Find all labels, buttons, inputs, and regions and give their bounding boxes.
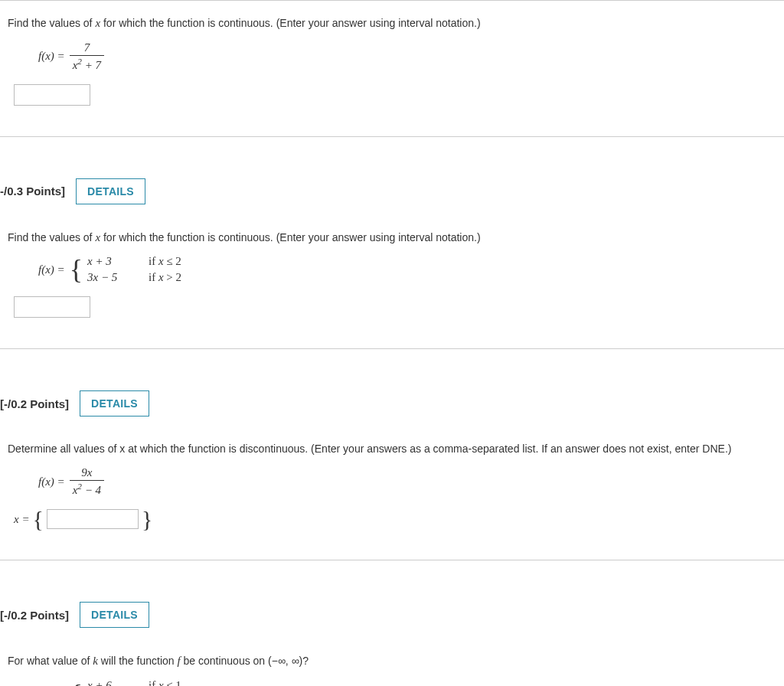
question-3: [-/0.2 Points] DETAILS Determine all val…	[0, 380, 784, 560]
prompt: Find the values of x for which the funct…	[8, 229, 776, 247]
fx-label: f(x) =	[38, 50, 65, 63]
fx-label: f(x) =	[38, 475, 65, 488]
points-label: [-/0.2 Points]	[0, 609, 69, 622]
fraction: 7 x2 + 7	[70, 41, 104, 72]
piece-cond: if x ≤ 1	[149, 679, 181, 687]
details-button[interactable]: DETAILS	[80, 390, 149, 416]
answer-input[interactable]	[14, 84, 90, 106]
numerator: 7	[81, 41, 93, 55]
fx-label: f(x) =	[38, 263, 65, 276]
prompt-text-b: for which the function is continuous. (E…	[100, 17, 480, 29]
piece-row: x + 6 if x ≤ 1	[87, 679, 181, 687]
denominator: x2 + 7	[70, 55, 104, 72]
formula: f(x) = 9x x2 − 4	[8, 466, 776, 497]
prompt-text: Find the values of	[8, 17, 95, 29]
formula: f(x) = { x + 6 if x ≤ 1 kx2 if x > 1	[8, 679, 776, 687]
answer-prefix: x =	[14, 513, 30, 526]
piece-expr: x + 6	[87, 679, 133, 687]
prompt: Determine all values of x at which the f…	[8, 441, 776, 457]
points-label: [-/0.2 Points]	[0, 397, 69, 410]
formula: f(x) = { x + 3 if x ≤ 2 3x − 5 if x > 2	[8, 255, 776, 284]
piece-row: x + 3 if x ≤ 2	[87, 255, 181, 268]
fraction: 9x x2 − 4	[70, 466, 104, 497]
piece-cond: if x ≤ 2	[149, 255, 181, 268]
answer-row	[8, 296, 776, 318]
question-4: [-/0.2 Points] DETAILS For what value of…	[0, 591, 784, 686]
points-label: -/0.3 Points]	[0, 185, 65, 198]
prompt-text-b: for which the function is continuous. (E…	[100, 231, 480, 243]
piece-expr: 3x − 5	[87, 271, 133, 284]
piece-expr: x + 3	[87, 255, 133, 268]
brace-icon: {	[70, 259, 83, 281]
piece-row: 3x − 5 if x > 2	[87, 271, 181, 284]
answer-input[interactable]	[47, 509, 139, 529]
brace-right-icon: }	[142, 510, 152, 528]
details-button[interactable]: DETAILS	[76, 178, 145, 204]
numerator: 9x	[78, 466, 95, 480]
answer-input[interactable]	[14, 296, 90, 318]
denominator: x2 − 4	[70, 480, 104, 497]
details-button[interactable]: DETAILS	[80, 602, 149, 628]
prompt-text: Find the values of	[8, 231, 95, 243]
prompt: Find the values of x for which the funct…	[8, 15, 776, 32]
prompt: For what value of k will the function f …	[8, 652, 776, 670]
answer-row	[8, 84, 776, 106]
brace-left-icon: {	[33, 510, 44, 528]
piece-cond: if x > 2	[149, 271, 181, 284]
answer-row: x = { }	[8, 509, 776, 529]
question-2: -/0.3 Points] DETAILS Find the values of…	[0, 168, 784, 350]
brace-icon: {	[70, 684, 83, 686]
formula: f(x) = 7 x2 + 7	[8, 41, 776, 72]
question-1: Find the values of x for which the funct…	[0, 0, 784, 137]
